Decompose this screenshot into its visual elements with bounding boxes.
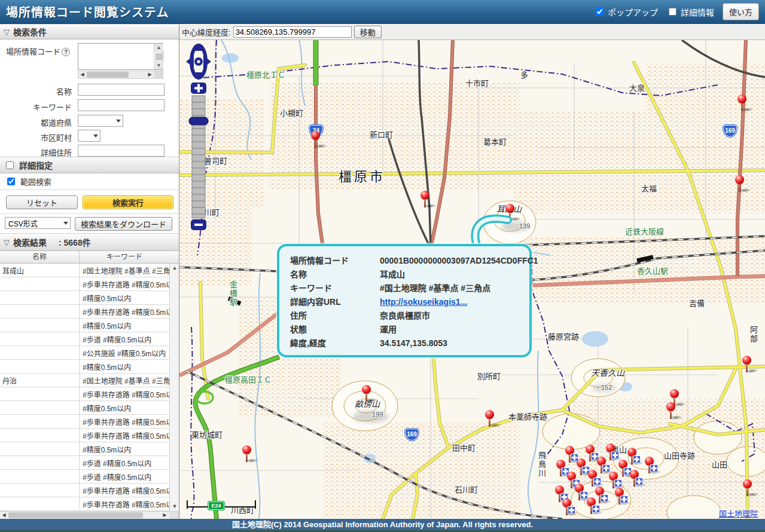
pin-ball-icon [742, 356, 751, 365]
name-input[interactable] [78, 84, 164, 96]
table-row[interactable]: #歩道 #精度0.5m以内 [0, 456, 169, 470]
table-row[interactable]: 丹治#国土地理院 #基準点 #三角点 [0, 374, 169, 387]
results-section-header[interactable]: ▽ 検索結果 : 5668件 [0, 233, 179, 251]
table-row[interactable]: #精度0.5m以内 [0, 360, 169, 374]
map-label: 太福 [641, 182, 657, 194]
table-row[interactable]: #歩車共存道路 #精度0.5m以内 [0, 497, 169, 511]
popup-toggle[interactable]: ポップアップ [593, 6, 658, 18]
table-row[interactable]: #歩車共存道路 #精度0.5m以内 [0, 415, 169, 429]
table-row[interactable]: #精度0.5m以内 [0, 319, 169, 332]
table-row[interactable]: #歩車共存道路 #精度0.5m以内 [0, 429, 169, 442]
search-execute-button[interactable]: 検索実行 [83, 195, 173, 209]
scroll-up-icon[interactable]: ▲ [170, 264, 179, 273]
map-pin[interactable] [614, 488, 626, 505]
scroll-down-icon[interactable]: ▼ [170, 502, 179, 511]
table-row[interactable]: #精度0.5m以内 [0, 291, 169, 305]
scrollbar-thumb[interactable] [87, 72, 129, 78]
map-pin[interactable] [587, 470, 599, 487]
keyword-input[interactable] [78, 99, 164, 111]
center-coords-input[interactable] [233, 26, 352, 38]
map-pin[interactable] [665, 402, 677, 419]
table-row[interactable]: #精度0.5m以内 [0, 442, 169, 456]
attribution-link[interactable]: 国土地理院 [719, 507, 758, 519]
table-row[interactable]: #精度0.5m以内 [0, 401, 169, 415]
code-horizontal-scrollbar[interactable]: ◀ ▶ [78, 71, 163, 79]
table-row[interactable]: #歩車共存道路 #精度0.5m以内 [0, 484, 169, 497]
map-canvas[interactable]: 橿原北ＩＣ小槻町多十市町大泉新口町葛本町中曽司町橿原市太福近鉄大阪線耳成山139… [179, 40, 765, 519]
help-icon[interactable]: ? [62, 48, 70, 56]
reset-button[interactable]: リセット [6, 195, 78, 209]
detail-checkbox[interactable] [669, 8, 676, 16]
table-row[interactable]: #歩車共存道路 #精度0.5m以内 [0, 387, 169, 401]
map-zoom-control[interactable] [184, 43, 215, 236]
table-row[interactable]: #公共施設 #精度0.5m以内 [0, 346, 169, 360]
map-pin[interactable] [629, 470, 641, 487]
map-pin[interactable] [741, 356, 753, 372]
pin-stem-icon [246, 455, 248, 462]
scroll-up-icon[interactable]: ▲ [154, 44, 163, 51]
map-pin[interactable] [361, 385, 373, 402]
copyright-bar: 国土地理院(C) 2014 Geospatial Information Aut… [0, 519, 765, 530]
map-label: 飛鳥川 [536, 451, 547, 478]
map-toolbar: 中心緯度経度: 移動 [179, 24, 765, 40]
map-pin[interactable] [555, 460, 567, 476]
plus-badge-icon [633, 455, 641, 463]
map-pin[interactable] [586, 497, 598, 514]
popup-row-value: 00001B0000000003097AD1254CD0FFC1 [380, 255, 538, 267]
city-select[interactable] [78, 130, 100, 142]
map-pin[interactable] [734, 175, 746, 192]
code-textarea[interactable]: ▲ ▼ [78, 43, 163, 70]
cell-keyword: #歩道 #精度0.5m以内 [80, 470, 169, 483]
popup-checkbox[interactable] [596, 8, 604, 16]
scroll-right-icon[interactable]: ▶ [146, 71, 154, 78]
results-horizontal-scrollbar[interactable]: ◀ ▶ [0, 511, 179, 519]
detail-section-header[interactable]: 詳細指定 [0, 157, 179, 173]
detail-toggle[interactable]: 詳細情報 [666, 6, 714, 18]
popup-row-value[interactable]: http://sokuseikagis1... [380, 296, 467, 308]
map-pin[interactable] [736, 94, 748, 111]
scrollbar-thumb[interactable] [8, 512, 143, 518]
search-conditions-header[interactable]: ▽ 検索条件 [0, 24, 179, 39]
download-results-button[interactable]: 検索結果をダウンロード [75, 217, 172, 231]
cell-name [0, 456, 80, 469]
map-pin[interactable] [241, 445, 253, 462]
map-pin[interactable] [310, 131, 322, 148]
column-header-keyword[interactable]: キーワード [80, 251, 169, 263]
table-row[interactable]: #歩道 #精度0.5m以内 [0, 332, 169, 346]
format-select[interactable]: CSV形式 [5, 217, 71, 229]
map-pin[interactable] [561, 499, 573, 515]
scroll-left-icon[interactable]: ◀ [78, 71, 86, 78]
pin-ball-icon [311, 131, 320, 140]
range-search-row[interactable]: 範囲検索 [0, 173, 179, 190]
range-search-checkbox[interactable] [7, 178, 15, 185]
table-row[interactable]: #歩車共存道路 #精度0.5m以内 [0, 277, 169, 291]
address-input[interactable] [78, 145, 164, 157]
pin-ball-icon [666, 402, 675, 411]
table-row[interactable]: 耳成山#国土地理院 #基準点 #三角点 [0, 264, 169, 277]
table-row[interactable]: #歩道 #精度0.5m以内 [0, 470, 169, 484]
map-pin[interactable] [484, 410, 496, 427]
detail-section-checkbox[interactable] [6, 161, 14, 169]
map-pin[interactable] [504, 204, 516, 221]
map-label: 田中町 [452, 442, 476, 453]
howto-button[interactable]: 使い方 [723, 3, 759, 20]
results-vertical-scrollbar[interactable]: ▲ ▼ [169, 264, 179, 511]
column-header-name[interactable]: 名称 [0, 251, 80, 263]
scrollbar-thumb[interactable] [156, 53, 162, 60]
map-pin[interactable] [608, 472, 620, 488]
move-button[interactable]: 移動 [354, 26, 382, 38]
scroll-left-icon[interactable]: ◀ [0, 512, 8, 519]
scroll-down-icon[interactable]: ▼ [154, 62, 163, 69]
prefecture-select[interactable] [78, 115, 123, 127]
map-pin[interactable] [742, 479, 754, 496]
map-pin[interactable] [574, 484, 586, 500]
table-row[interactable]: #歩車共存道路 #精度0.5m以内 [0, 305, 169, 319]
cell-name [0, 401, 80, 414]
popup-row-value: 34.5147,135.8053 [380, 338, 447, 349]
code-vertical-scrollbar[interactable]: ▲ ▼ [154, 44, 163, 69]
cell-name [0, 360, 80, 373]
map-pin[interactable] [644, 457, 656, 473]
scroll-right-icon[interactable]: ▶ [161, 512, 169, 519]
popup-row-value: #国土地理院 #基準点 #三角点 [380, 283, 490, 294]
map-pin[interactable] [419, 191, 431, 207]
